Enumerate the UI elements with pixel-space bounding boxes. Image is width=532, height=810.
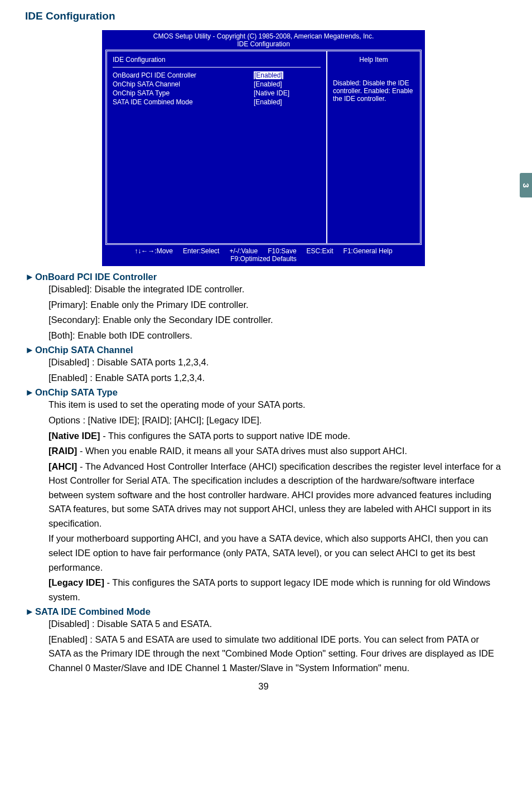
setting-value: [Native IDE] bbox=[254, 89, 321, 98]
setting-label: OnChip SATA Type bbox=[113, 89, 254, 98]
setting-value: [Enabled] bbox=[254, 71, 321, 80]
bios-footer: ↑↓←→:Move Enter:Select +/-/:Value F10:Sa… bbox=[102, 245, 425, 266]
desc-line: If your motherboard supporting AHCI, and… bbox=[25, 532, 502, 575]
item-heading: ►OnChip SATA Type bbox=[25, 387, 502, 398]
bold-option: [AHCI] bbox=[49, 461, 77, 471]
footer-defaults: F9:Optimized Defaults bbox=[102, 255, 425, 263]
desc-line: Options : [Native IDE]; [RAID]; [AHCI]; … bbox=[25, 413, 502, 428]
section-title: IDE Configuration bbox=[25, 10, 502, 22]
heading-text: OnChip SATA Type bbox=[35, 387, 118, 397]
desc-line: [Both]: Enable both IDE controllers. bbox=[25, 329, 502, 343]
bios-help-text: Disabled: Disable the IDE controller. En… bbox=[333, 79, 414, 103]
desc-line: [Primary]: Enable only the Primary IDE c… bbox=[25, 298, 502, 312]
bios-screenshot: CMOS Setup Utility - Copyright (C) 1985-… bbox=[102, 30, 425, 266]
desc-line: [Secondary]: Enable only the Secondary I… bbox=[25, 313, 502, 327]
footer-value: +/-/:Value bbox=[229, 247, 258, 255]
desc-line: [Legacy IDE] - This configures the SATA … bbox=[25, 576, 502, 604]
arrow-icon: ► bbox=[25, 272, 35, 282]
setting-label: OnBoard PCI IDE Controller bbox=[113, 71, 254, 80]
heading-text: SATA IDE Combined Mode bbox=[35, 606, 151, 616]
bold-option: [Native IDE] bbox=[49, 431, 100, 441]
footer-move: ↑↓←→:Move bbox=[134, 247, 173, 255]
bios-category-right: Help Item bbox=[333, 56, 414, 64]
item-heading: ►OnChip SATA Channel bbox=[25, 345, 502, 355]
arrow-icon: ► bbox=[25, 345, 35, 355]
desc-line: [Enabled] : Enable SATA ports 1,2,3,4. bbox=[25, 371, 502, 385]
footer-select: Enter:Select bbox=[183, 247, 219, 255]
desc-line: [Disabled]: Disable the integrated IDE c… bbox=[25, 282, 502, 297]
item-heading: ►SATA IDE Combined Mode bbox=[25, 606, 502, 617]
option-rest: - When you enable RAID, it means all you… bbox=[77, 446, 407, 456]
page-tab: 3 bbox=[520, 173, 532, 197]
footer-help: F1:General Help bbox=[344, 247, 393, 255]
desc-line: [AHCI] - The Advanced Host Controller In… bbox=[25, 460, 502, 531]
option-rest: - This configures the SATA ports to supp… bbox=[49, 577, 490, 602]
page-tab-number: 3 bbox=[521, 183, 531, 187]
bios-header: CMOS Setup Utility - Copyright (C) 1985-… bbox=[102, 30, 425, 40]
page-number: 39 bbox=[25, 681, 502, 692]
setting-label: OnChip SATA Channel bbox=[113, 80, 254, 89]
option-rest: - The Advanced Host Controller Interface… bbox=[49, 461, 501, 528]
desc-line: [RAID] - When you enable RAID, it means … bbox=[25, 444, 502, 459]
desc-line: This item is used to set the operating m… bbox=[25, 398, 502, 412]
setting-value-highlight: [Enabled] bbox=[254, 71, 283, 79]
desc-line: [Enabled] : SATA 5 and ESATA are used to… bbox=[25, 633, 502, 676]
bold-option: [RAID] bbox=[49, 446, 77, 456]
bios-left-panel: IDE Configuration OnBoard PCI IDE Contro… bbox=[107, 51, 327, 243]
desc-line: [Disabled] : Disable SATA ports 1,2,3,4. bbox=[25, 355, 502, 370]
option-rest: - This configures the SATA ports to supp… bbox=[100, 431, 350, 441]
heading-text: OnBoard PCI IDE Controller bbox=[35, 272, 157, 282]
desc-line: [Disabled] : Disable SATA 5 and ESATA. bbox=[25, 617, 502, 631]
setting-value: [Enabled] bbox=[254, 98, 321, 107]
heading-text: OnChip SATA Channel bbox=[35, 345, 133, 355]
bios-right-panel: Help Item Disabled: Disable the IDE cont… bbox=[327, 51, 420, 243]
item-heading: ►OnBoard PCI IDE Controller bbox=[25, 272, 502, 282]
footer-save: F10:Save bbox=[268, 247, 296, 255]
bios-subheader: IDE Configuration bbox=[102, 40, 425, 50]
setting-label: SATA IDE Combined Mode bbox=[113, 98, 254, 107]
bold-option: [Legacy IDE] bbox=[49, 577, 104, 587]
setting-value: [Enabled] bbox=[254, 80, 321, 89]
bios-category-left: IDE Configuration bbox=[113, 56, 166, 64]
page-content: IDE Configuration CMOS Setup Utility - C… bbox=[0, 0, 532, 692]
bios-frame: IDE Configuration OnBoard PCI IDE Contro… bbox=[105, 50, 422, 245]
footer-exit: ESC:Exit bbox=[307, 247, 333, 255]
desc-line: [Native IDE] - This configures the SATA … bbox=[25, 429, 502, 443]
arrow-icon: ► bbox=[25, 387, 35, 398]
arrow-icon: ► bbox=[25, 606, 35, 617]
